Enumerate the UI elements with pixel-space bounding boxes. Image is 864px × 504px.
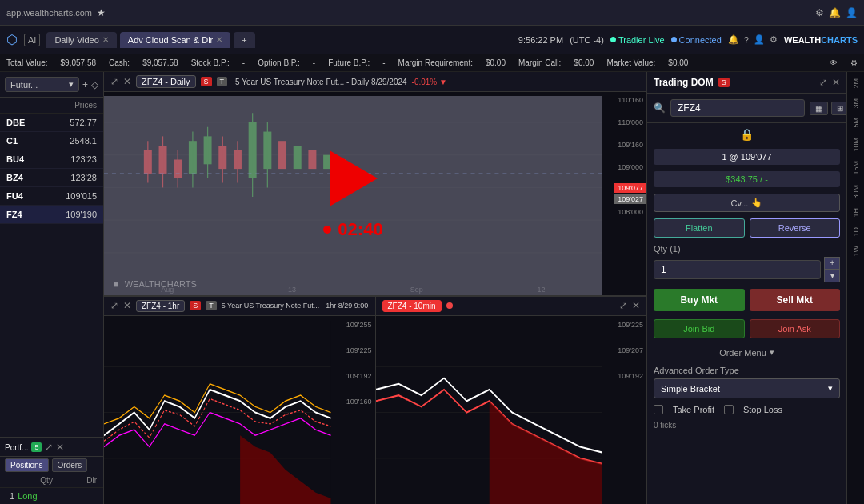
sell-market-button[interactable]: Sell Mkt (750, 289, 841, 311)
expand-icon-bl[interactable]: ⤢ (110, 300, 118, 311)
lock-icon[interactable]: 🔒 (740, 128, 754, 141)
dom-action-row: Flatten Reverse (654, 218, 840, 238)
order-menu-chevron-icon: ▾ (770, 347, 774, 358)
tab-cloud-scan[interactable]: Adv Cloud Scan & Dir ✕ (120, 32, 230, 48)
order-menu-row[interactable]: Order Menu ▾ (647, 342, 846, 362)
total-value: $9,057.58 (61, 58, 97, 67)
chart-bottom-left-symbol: ZFZ4 - 1hr (136, 300, 185, 312)
tab-close-icon[interactable]: ✕ (102, 35, 109, 44)
ai-icon: AI (24, 34, 40, 46)
timeframe-3m[interactable]: 3M (850, 95, 862, 112)
chart-main-title-bar: ⤢ ✕ ZFZ4 - Daily S T 5 Year US Treasury … (104, 72, 646, 92)
join-bid-button[interactable]: Join Bid (654, 319, 745, 338)
list-item[interactable]: FZ4 109'190 (0, 206, 103, 224)
tab-orders[interactable]: Orders (52, 458, 88, 472)
market-dropdown[interactable]: Futur... ▾ (5, 77, 79, 92)
ticks-label: 0 ticks (647, 419, 846, 431)
bell-icon[interactable]: 🔔 (728, 34, 739, 45)
dom-search-bar: 🔍 ▦ ⊞ B. B (647, 94, 846, 123)
t-badge: T (217, 77, 228, 86)
chart-full-title: 5 Year US Treasury Note Fut... - Daily 8… (235, 78, 407, 86)
time-display: 9:56:22 PM (518, 35, 563, 45)
tab-add[interactable]: + (234, 32, 254, 48)
timeframe-30m[interactable]: 30M (850, 182, 862, 202)
list-item[interactable]: BZ4 123'28 (0, 169, 103, 187)
dom-cancel-button[interactable]: Cv... 👆 (654, 194, 840, 212)
tab-close-icon-2[interactable]: ✕ (216, 35, 222, 44)
tab-positions[interactable]: Positions (5, 458, 49, 472)
timeframe-5m[interactable]: 5M (850, 114, 862, 131)
timeframe-10m[interactable]: 10M (850, 134, 862, 155)
bottom-right-price-labels: 109'225 109'207 109'192 (602, 321, 646, 380)
add-watchlist-icon[interactable]: + (82, 79, 88, 90)
question-icon[interactable]: ? (744, 35, 749, 45)
account-bar: Total Value: $9,057.58 Cash: $9,057.58 S… (0, 54, 864, 72)
dom-search-input[interactable] (670, 99, 805, 117)
chart-bl-subtitle: 5 Year US Treasury Note Fut... - 1hr 8/2… (222, 302, 369, 310)
close-icon-br[interactable]: ✕ (632, 300, 640, 311)
total-value-label: Total Value: (6, 58, 48, 67)
join-ask-button[interactable]: Join Ask (750, 319, 841, 338)
chart-bottom-left-title-bar: ⤢ ✕ ZFZ4 - 1hr S T 5 Year US Treasury No… (104, 297, 375, 316)
list-item[interactable]: C1 2548.1 (0, 132, 103, 150)
list-item[interactable]: DBE 572.77 (0, 114, 103, 132)
s-badge: S (201, 77, 212, 86)
take-profit-checkbox[interactable] (654, 405, 663, 414)
close-chart-icon[interactable]: ✕ (123, 76, 131, 87)
dom-view-buttons: ▦ ⊞ (810, 102, 849, 115)
timeframe-15m[interactable]: 15M (850, 158, 862, 178)
qty-decrement-button[interactable]: ▾ (824, 270, 840, 282)
dom-close-icon[interactable]: ✕ (832, 77, 840, 88)
dom-expand-icon[interactable]: ⤢ (819, 77, 827, 88)
expand-chart-icon[interactable]: ⤢ (110, 76, 118, 87)
dom-position: 1 @ 109'077 (654, 149, 840, 165)
market-value: $0.00 (668, 58, 688, 67)
bottom-right-chart (376, 321, 603, 504)
tab-daily-video[interactable]: Daily Video ✕ (46, 32, 116, 48)
stop-loss-checkbox[interactable] (724, 405, 734, 414)
adv-order-dropdown[interactable]: Simple Bracket ▾ (654, 378, 840, 398)
left-panel: Futur... ▾ + ◇ Prices DBE 572.77 C1 2548… (0, 72, 104, 504)
timeframe-1h[interactable]: 1H (850, 205, 862, 221)
qty-increment-button[interactable]: + (824, 257, 840, 270)
settings-icon[interactable]: ⚙ (770, 34, 778, 45)
timeframe-1d[interactable]: 1D (850, 224, 862, 240)
header-icons: 🔔 ? 👤 ⚙ (728, 34, 778, 45)
qty-label: Qty (1) (647, 241, 846, 255)
chart-area: ⤢ ✕ ZFZ4 - Daily S T 5 Year US Treasury … (104, 72, 646, 504)
list-item[interactable]: BU4 123'23 (0, 150, 103, 169)
reverse-button[interactable]: Reverse (750, 218, 841, 238)
timeframe-2m[interactable]: 2M (850, 75, 862, 92)
timezone: (UTC -4) (570, 35, 604, 45)
eye-icon[interactable]: 👁 (830, 58, 838, 67)
play-button[interactable] (326, 150, 382, 206)
qty-input[interactable] (654, 260, 821, 279)
future-bp-label: Future B.P.: (328, 58, 370, 67)
main-layout: Futur... ▾ + ◇ Prices DBE 572.77 C1 2548… (0, 72, 864, 504)
buy-market-button[interactable]: Buy Mkt (654, 289, 745, 311)
status-live-dot (610, 37, 616, 42)
market-value-label: Market Value: (606, 58, 655, 67)
position-row: 1 Long (0, 488, 103, 504)
t-badge-bl: T (206, 301, 217, 310)
list-item[interactable]: FU4 109'015 (0, 187, 103, 206)
positions-columns: Qty Dir (0, 474, 103, 488)
user-icon[interactable]: 👤 (754, 34, 765, 45)
expand-icon-br[interactable]: ⤢ (619, 300, 627, 311)
bottom-left-price-labels: 109'255 109'225 109'192 109'160 (331, 321, 375, 406)
close-icon-bl[interactable]: ✕ (123, 300, 131, 311)
app-icon: ⬡ (6, 32, 18, 47)
watchlist-list: DBE 572.77 C1 2548.1 BU4 123'23 BZ4 123'… (0, 114, 103, 437)
timeframe-1w[interactable]: 1W (850, 242, 862, 260)
gear-icon[interactable]: ⚙ (850, 58, 858, 67)
cash-value: $9,057.58 (142, 58, 178, 67)
filter-icon[interactable]: ◇ (91, 79, 98, 90)
margin-call-value: $0.00 (574, 58, 594, 67)
right-sidebar: 2M 3M 5M 10M 15M 30M 1H 1D 1W (846, 72, 864, 504)
flatten-button[interactable]: Flatten (654, 218, 745, 238)
close-icon[interactable]: ✕ (56, 442, 64, 453)
expand-icon[interactable]: ⤢ (45, 442, 53, 453)
cursor-icon: 👆 (751, 198, 762, 208)
dom-view-btn-1[interactable]: ▦ (810, 102, 828, 115)
dot-indicator (446, 302, 453, 309)
